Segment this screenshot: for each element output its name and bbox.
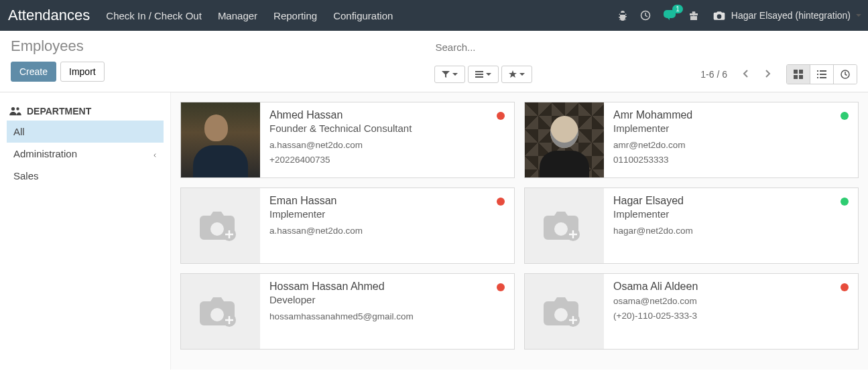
employee-phone: (+20)-110-025-333-3 (613, 309, 849, 323)
users-icon (9, 106, 21, 116)
search-input[interactable] (434, 37, 858, 58)
svg-rect-4 (799, 75, 803, 79)
breadcrumb: Employees (11, 37, 434, 55)
status-dot[interactable] (497, 198, 505, 206)
employee-email: a.hassan@net2do.com (269, 224, 505, 238)
status-dot[interactable] (841, 283, 849, 291)
svg-rect-3 (794, 75, 798, 79)
employee-card[interactable]: Eman HassanImplementera.hassan@net2do.co… (180, 187, 515, 264)
app-brand[interactable]: Attendances (7, 7, 98, 24)
employee-card[interactable]: Osama Ali Aldeenosama@net2do.com(+20)-11… (524, 273, 859, 350)
svg-rect-7 (817, 74, 818, 75)
nav-link-checkin[interactable]: Check In / Check Out (98, 1, 210, 30)
kanban-icon (794, 70, 803, 79)
main: DEPARTMENT AllAdministrationSales Ahmed … (0, 92, 868, 370)
svg-point-12 (11, 107, 15, 110)
employee-card[interactable]: Ahmed HassanFounder & Technical Consulta… (180, 102, 515, 178)
chat-badge: 1 (672, 5, 683, 13)
employee-email: osama@net2do.com (613, 294, 849, 309)
chevron-left-icon (153, 148, 157, 159)
view-kanban[interactable] (787, 65, 810, 84)
bug-icon[interactable] (617, 10, 628, 21)
filter-icon (442, 70, 450, 78)
svg-rect-2 (799, 70, 803, 74)
employee-email: amr@net2do.com (613, 138, 849, 153)
employee-name: Hossam Hassan Ahmed (269, 281, 505, 293)
nav-links: Check In / Check Out Manager Reporting C… (98, 1, 401, 30)
employee-photo (181, 188, 260, 263)
employee-title: Founder & Technical Consultant (269, 123, 505, 134)
employee-email: hossamhassanahmed5@gmail.com (269, 309, 505, 324)
chat-icon[interactable]: 1 (663, 9, 676, 22)
import-button[interactable]: Import (60, 62, 105, 82)
employee-name: Hagar Elsayed (613, 195, 849, 207)
sidebar-item-label: Administration (13, 148, 77, 159)
employee-card[interactable]: Hagar ElsayedImplementerhagar@net2do.com (524, 187, 859, 264)
caret-down-icon (486, 73, 491, 76)
pager-count[interactable]: 1-6 / 6 (700, 69, 727, 80)
caret-down-icon (452, 73, 458, 76)
pager-prev[interactable] (735, 65, 757, 84)
employee-phone: 01100253333 (613, 153, 849, 167)
view-activity[interactable] (834, 65, 857, 84)
employee-name: Osama Ali Aldeen (613, 281, 849, 293)
filters-button[interactable] (434, 66, 465, 83)
favorites-button[interactable] (501, 66, 532, 83)
gift-icon[interactable] (688, 10, 699, 21)
card-body: Amr MohammedImplementeramr@net2do.com011… (604, 102, 858, 177)
card-body: Hagar ElsayedImplementerhagar@net2do.com (604, 188, 858, 263)
sidebar-item-label: Sales (13, 170, 39, 181)
user-name: Hagar Elsayed (hintegration) (731, 10, 851, 21)
svg-rect-8 (820, 74, 826, 75)
employee-card[interactable]: Hossam Hassan AhmedDeveloperhossamhassan… (180, 273, 515, 350)
employee-title: Implementer (613, 123, 849, 134)
employee-title: Implementer (613, 208, 849, 220)
pager-next[interactable] (757, 65, 778, 84)
employee-title: Implementer (269, 208, 505, 220)
chevron-right-icon (763, 70, 771, 78)
view-list[interactable] (810, 65, 834, 84)
employee-name: Eman Hassan (269, 195, 505, 207)
list-icon (817, 70, 826, 79)
kanban-area: Ahmed HassanFounder & Technical Consulta… (171, 92, 868, 370)
navbar: Attendances Check In / Check Out Manager… (0, 0, 868, 31)
card-body: Eman HassanImplementera.hassan@net2do.co… (260, 188, 514, 263)
groupby-button[interactable] (468, 66, 499, 83)
card-body: Ahmed HassanFounder & Technical Consulta… (260, 102, 514, 177)
nav-link-configuration[interactable]: Configuration (325, 1, 401, 30)
nav-link-manager[interactable]: Manager (210, 1, 265, 30)
svg-rect-5 (817, 70, 818, 72)
status-dot[interactable] (497, 283, 505, 291)
svg-point-13 (16, 107, 19, 110)
card-body: Hossam Hassan AhmedDeveloperhossamhassan… (260, 274, 514, 349)
caret-down-icon (519, 73, 525, 76)
status-dot[interactable] (841, 112, 849, 120)
svg-rect-9 (817, 77, 818, 78)
employee-card[interactable]: Amr MohammedImplementeramr@net2do.com011… (524, 102, 859, 178)
employee-photo (525, 188, 604, 263)
nav-icons: 1 (617, 9, 706, 22)
clock-icon (841, 70, 850, 79)
sidebar-item-all[interactable]: All (7, 121, 164, 143)
chevron-left-icon (742, 70, 750, 78)
svg-rect-1 (794, 70, 798, 74)
nav-link-reporting[interactable]: Reporting (265, 1, 325, 30)
status-dot[interactable] (497, 112, 505, 120)
user-menu[interactable]: Hagar Elsayed (hintegration) (706, 9, 861, 22)
employee-photo (181, 102, 260, 177)
employee-photo (181, 274, 260, 349)
sidebar-item-administration[interactable]: Administration (7, 143, 164, 165)
star-icon (509, 70, 517, 78)
clock-icon[interactable] (640, 10, 651, 21)
camera-icon (712, 9, 726, 22)
sidebar-header-label: DEPARTMENT (27, 106, 91, 117)
employee-name: Ahmed Hassan (269, 109, 505, 121)
sidebar-item-sales[interactable]: Sales (7, 165, 164, 187)
employee-name: Amr Mohammed (613, 109, 849, 121)
status-dot[interactable] (841, 198, 849, 206)
employee-phone: +20226400735 (269, 153, 505, 167)
view-switcher (786, 64, 857, 84)
sidebar-item-label: All (13, 126, 25, 137)
create-button[interactable]: Create (11, 62, 56, 82)
list-icon (475, 70, 483, 78)
